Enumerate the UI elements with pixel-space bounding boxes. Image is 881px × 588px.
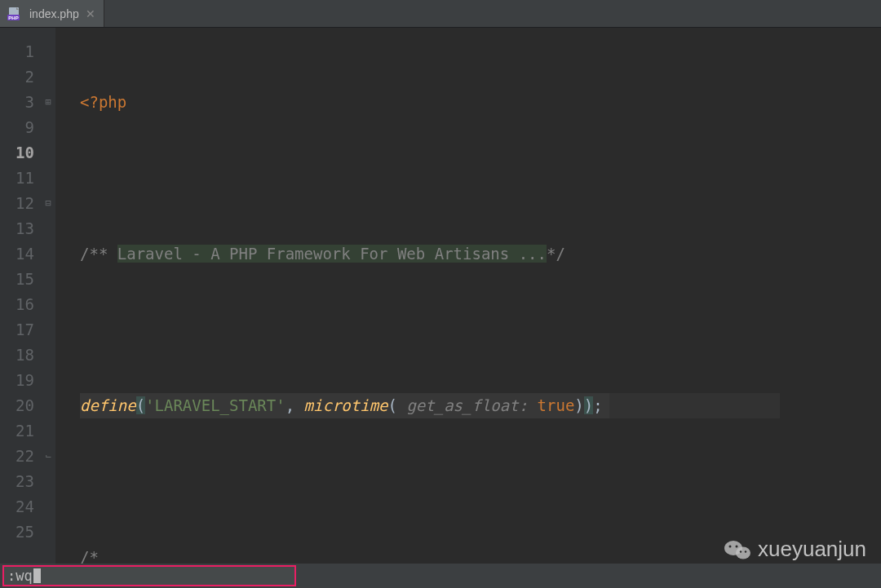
fold-end-icon: ⌙ xyxy=(41,444,55,469)
vim-command-bar: :wq xyxy=(0,564,881,588)
php-open-tag: <?php xyxy=(80,93,126,111)
tab-bar: PHP index.php ✕ xyxy=(0,0,881,28)
php-file-icon: PHP xyxy=(7,6,23,22)
vim-command-input[interactable]: :wq xyxy=(2,565,296,586)
line-number-gutter: 1 2 3 9 10 11 12 13 14 15 16 17 18 19 20… xyxy=(0,28,41,564)
fold-column: ⊞ ⊟ ⌙ xyxy=(41,28,55,564)
current-line: define('LARAVEL_START', microtime( get_a… xyxy=(80,393,780,418)
fold-minus-icon[interactable]: ⊟ xyxy=(41,191,55,216)
tab-index-php[interactable]: PHP index.php ✕ xyxy=(0,0,104,27)
command-prefix: : xyxy=(7,568,15,584)
tab-filename: index.php xyxy=(29,7,79,20)
command-text: wq xyxy=(15,568,32,584)
code-editor[interactable]: 1 2 3 9 10 11 12 13 14 15 16 17 18 19 20… xyxy=(0,28,881,564)
fold-plus-icon[interactable]: ⊞ xyxy=(41,90,55,115)
text-cursor xyxy=(33,568,41,583)
doc-comment: /** Laravel - A PHP Framework For Web Ar… xyxy=(80,245,565,263)
svg-text:PHP: PHP xyxy=(8,15,18,20)
code-area[interactable]: <?php /** Laravel - A PHP Framework For … xyxy=(55,28,780,564)
close-icon[interactable]: ✕ xyxy=(86,8,95,20)
